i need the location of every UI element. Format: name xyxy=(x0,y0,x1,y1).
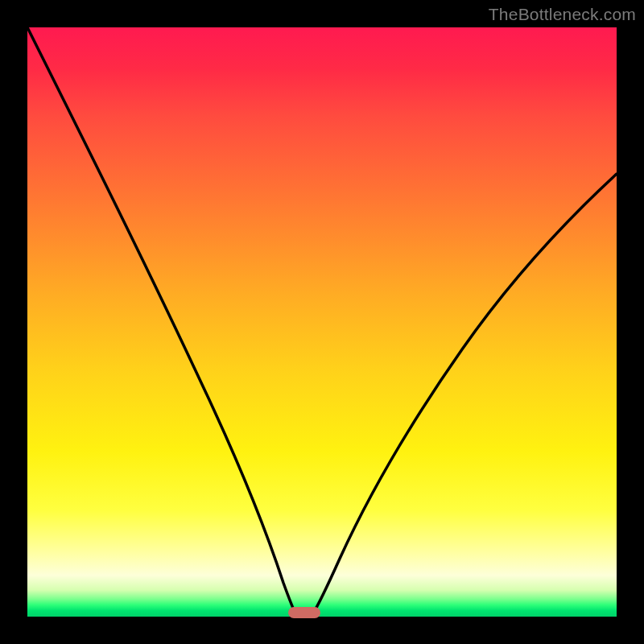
chart-frame: TheBottleneck.com xyxy=(0,0,644,644)
curve-left-branch xyxy=(27,27,295,613)
watermark-text: TheBottleneck.com xyxy=(489,5,636,24)
plot-area xyxy=(27,27,617,617)
curve-right-branch xyxy=(313,174,617,613)
bottleneck-curve xyxy=(27,27,617,617)
minimum-marker xyxy=(288,607,320,618)
